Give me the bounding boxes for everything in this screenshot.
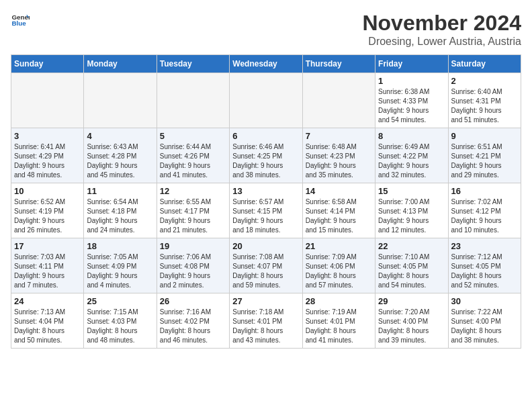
day-number: 14 [306, 186, 372, 196]
day-info: Sunrise: 6:52 AM Sunset: 4:19 PM Dayligh… [14, 197, 81, 235]
calendar-header-friday: Friday [375, 55, 448, 73]
calendar-day-cell [230, 73, 302, 128]
day-number: 26 [160, 296, 226, 306]
calendar-header-monday: Monday [84, 55, 157, 73]
day-number: 19 [160, 241, 226, 251]
day-info: Sunrise: 7:06 AM Sunset: 4:08 PM Dayligh… [160, 253, 226, 290]
day-info: Sunrise: 7:09 AM Sunset: 4:06 PM Dayligh… [306, 253, 372, 290]
day-info: Sunrise: 7:22 AM Sunset: 4:00 PM Dayligh… [451, 308, 518, 345]
logo-icon: General Blue [11, 11, 30, 30]
calendar-day-cell: 1Sunrise: 6:38 AM Sunset: 4:33 PM Daylig… [375, 73, 448, 128]
day-number: 4 [87, 131, 153, 141]
calendar-day-cell: 6Sunrise: 6:46 AM Sunset: 4:25 PM Daylig… [230, 128, 302, 183]
day-info: Sunrise: 7:03 AM Sunset: 4:11 PM Dayligh… [14, 253, 81, 290]
day-info: Sunrise: 6:54 AM Sunset: 4:18 PM Dayligh… [87, 197, 153, 235]
header: General Blue November 2024 Droesing, Low… [11, 11, 521, 48]
day-info: Sunrise: 6:46 AM Sunset: 4:25 PM Dayligh… [232, 142, 299, 180]
day-info: Sunrise: 7:10 AM Sunset: 4:05 PM Dayligh… [378, 253, 445, 290]
calendar-day-cell [157, 73, 229, 128]
day-info: Sunrise: 6:40 AM Sunset: 4:31 PM Dayligh… [451, 87, 518, 125]
day-number: 9 [451, 131, 518, 141]
calendar-week-row: 17Sunrise: 7:03 AM Sunset: 4:11 PM Dayli… [11, 238, 521, 293]
calendar-day-cell: 2Sunrise: 6:40 AM Sunset: 4:31 PM Daylig… [448, 73, 521, 128]
day-number: 5 [160, 131, 226, 141]
day-info: Sunrise: 7:00 AM Sunset: 4:13 PM Dayligh… [378, 197, 445, 235]
calendar-day-cell: 10Sunrise: 6:52 AM Sunset: 4:19 PM Dayli… [11, 183, 84, 238]
day-number: 25 [87, 296, 153, 306]
calendar-day-cell: 26Sunrise: 7:16 AM Sunset: 4:02 PM Dayli… [157, 293, 229, 349]
day-info: Sunrise: 6:57 AM Sunset: 4:15 PM Dayligh… [232, 197, 299, 235]
calendar-day-cell: 17Sunrise: 7:03 AM Sunset: 4:11 PM Dayli… [11, 238, 84, 293]
day-info: Sunrise: 6:38 AM Sunset: 4:33 PM Dayligh… [378, 87, 445, 125]
calendar-day-cell: 27Sunrise: 7:18 AM Sunset: 4:01 PM Dayli… [230, 293, 302, 349]
calendar-day-cell: 18Sunrise: 7:05 AM Sunset: 4:09 PM Dayli… [84, 238, 157, 293]
day-number: 30 [451, 296, 518, 306]
calendar-header-row: SundayMondayTuesdayWednesdayThursdayFrid… [11, 55, 521, 73]
day-number: 10 [14, 186, 81, 196]
calendar-day-cell: 29Sunrise: 7:20 AM Sunset: 4:00 PM Dayli… [375, 293, 448, 349]
day-info: Sunrise: 6:58 AM Sunset: 4:14 PM Dayligh… [306, 197, 372, 235]
day-info: Sunrise: 6:44 AM Sunset: 4:26 PM Dayligh… [160, 142, 226, 180]
calendar-day-cell: 5Sunrise: 6:44 AM Sunset: 4:26 PM Daylig… [157, 128, 229, 183]
calendar-day-cell: 9Sunrise: 6:51 AM Sunset: 4:21 PM Daylig… [448, 128, 521, 183]
calendar-day-cell: 16Sunrise: 7:02 AM Sunset: 4:12 PM Dayli… [448, 183, 521, 238]
day-info: Sunrise: 6:43 AM Sunset: 4:28 PM Dayligh… [87, 142, 153, 180]
day-number: 18 [87, 241, 153, 251]
day-info: Sunrise: 6:51 AM Sunset: 4:21 PM Dayligh… [451, 142, 518, 180]
day-number: 15 [378, 186, 445, 196]
day-info: Sunrise: 7:02 AM Sunset: 4:12 PM Dayligh… [451, 197, 518, 235]
day-number: 27 [232, 296, 299, 306]
calendar-day-cell: 8Sunrise: 6:49 AM Sunset: 4:22 PM Daylig… [375, 128, 448, 183]
day-number: 28 [306, 296, 372, 306]
calendar-day-cell [302, 73, 375, 128]
calendar-week-row: 1Sunrise: 6:38 AM Sunset: 4:33 PM Daylig… [11, 73, 521, 128]
day-number: 16 [451, 186, 518, 196]
calendar-day-cell: 13Sunrise: 6:57 AM Sunset: 4:15 PM Dayli… [230, 183, 302, 238]
calendar-day-cell: 21Sunrise: 7:09 AM Sunset: 4:06 PM Dayli… [302, 238, 375, 293]
day-number: 7 [306, 131, 372, 141]
day-number: 23 [451, 241, 518, 251]
calendar-header-tuesday: Tuesday [157, 55, 229, 73]
title-section: November 2024 Droesing, Lower Austria, A… [362, 11, 521, 48]
day-info: Sunrise: 7:15 AM Sunset: 4:03 PM Dayligh… [87, 308, 153, 345]
calendar-day-cell [11, 73, 84, 128]
day-number: 6 [232, 131, 299, 141]
day-number: 29 [378, 296, 445, 306]
calendar-week-row: 3Sunrise: 6:41 AM Sunset: 4:29 PM Daylig… [11, 128, 521, 183]
calendar-day-cell [84, 73, 157, 128]
day-number: 17 [14, 241, 81, 251]
calendar-header-wednesday: Wednesday [230, 55, 302, 73]
calendar-day-cell: 14Sunrise: 6:58 AM Sunset: 4:14 PM Dayli… [302, 183, 375, 238]
calendar-day-cell: 30Sunrise: 7:22 AM Sunset: 4:00 PM Dayli… [448, 293, 521, 349]
calendar-day-cell: 25Sunrise: 7:15 AM Sunset: 4:03 PM Dayli… [84, 293, 157, 349]
calendar-day-cell: 28Sunrise: 7:19 AM Sunset: 4:01 PM Dayli… [302, 293, 375, 349]
day-info: Sunrise: 6:41 AM Sunset: 4:29 PM Dayligh… [14, 142, 81, 180]
svg-text:Blue: Blue [11, 19, 26, 27]
day-number: 8 [378, 131, 445, 141]
day-number: 3 [14, 131, 81, 141]
calendar-day-cell: 23Sunrise: 7:12 AM Sunset: 4:05 PM Dayli… [448, 238, 521, 293]
calendar-day-cell: 15Sunrise: 7:00 AM Sunset: 4:13 PM Dayli… [375, 183, 448, 238]
calendar-day-cell: 11Sunrise: 6:54 AM Sunset: 4:18 PM Dayli… [84, 183, 157, 238]
calendar-day-cell: 22Sunrise: 7:10 AM Sunset: 4:05 PM Dayli… [375, 238, 448, 293]
calendar: SundayMondayTuesdayWednesdayThursdayFrid… [11, 54, 521, 349]
day-info: Sunrise: 7:18 AM Sunset: 4:01 PM Dayligh… [232, 308, 299, 345]
day-number: 2 [451, 76, 518, 86]
logo: General Blue [11, 11, 30, 30]
calendar-day-cell: 20Sunrise: 7:08 AM Sunset: 4:07 PM Dayli… [230, 238, 302, 293]
calendar-header-sunday: Sunday [11, 55, 84, 73]
day-info: Sunrise: 7:13 AM Sunset: 4:04 PM Dayligh… [14, 308, 81, 345]
calendar-day-cell: 24Sunrise: 7:13 AM Sunset: 4:04 PM Dayli… [11, 293, 84, 349]
day-number: 22 [378, 241, 445, 251]
calendar-header-thursday: Thursday [302, 55, 375, 73]
day-info: Sunrise: 7:20 AM Sunset: 4:00 PM Dayligh… [378, 308, 445, 345]
calendar-day-cell: 4Sunrise: 6:43 AM Sunset: 4:28 PM Daylig… [84, 128, 157, 183]
month-year: November 2024 [362, 11, 521, 36]
day-info: Sunrise: 6:49 AM Sunset: 4:22 PM Dayligh… [378, 142, 445, 180]
day-info: Sunrise: 7:05 AM Sunset: 4:09 PM Dayligh… [87, 253, 153, 290]
day-info: Sunrise: 6:55 AM Sunset: 4:17 PM Dayligh… [160, 197, 226, 235]
day-number: 24 [14, 296, 81, 306]
calendar-week-row: 24Sunrise: 7:13 AM Sunset: 4:04 PM Dayli… [11, 293, 521, 349]
day-info: Sunrise: 7:12 AM Sunset: 4:05 PM Dayligh… [451, 253, 518, 290]
calendar-day-cell: 19Sunrise: 7:06 AM Sunset: 4:08 PM Dayli… [157, 238, 229, 293]
